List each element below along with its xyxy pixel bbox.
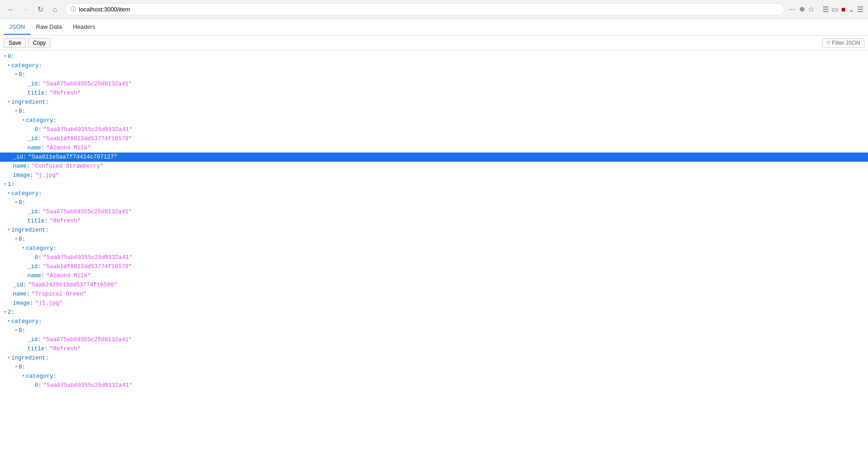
string-value: "Almond Milk" <box>47 143 91 153</box>
key-label: _id: <box>27 207 41 217</box>
toggle-icon[interactable]: ▾ <box>7 190 10 198</box>
save-button[interactable]: Save <box>4 38 26 48</box>
overflow-icon[interactable]: ⌄ <box>848 5 854 14</box>
json-line[interactable]: ▾0: <box>0 198 868 207</box>
toggle-icon[interactable]: ▾ <box>15 107 18 116</box>
json-line[interactable]: ▾0: <box>0 326 868 335</box>
more-options-icon[interactable]: ⋯ <box>788 5 796 14</box>
key-label: category: <box>26 116 57 125</box>
json-line[interactable]: ▾0: <box>0 107 868 116</box>
json-line[interactable]: ▾ingredient: <box>0 98 868 107</box>
toggle-icon[interactable]: ▾ <box>4 53 7 61</box>
key-label: ingredient: <box>11 98 49 107</box>
string-value: "j1.jpg" <box>35 299 63 308</box>
extensions-icon[interactable]: ■ <box>841 5 846 14</box>
toggle-icon[interactable]: ▾ <box>7 62 10 70</box>
json-line[interactable]: _id: "5aa875ab69355c25d0132a41" <box>0 335 868 344</box>
key-label: _id: <box>13 153 26 162</box>
forward-button[interactable]: → <box>19 3 32 16</box>
json-line[interactable]: _id: "5aa875ab69355c25d0132a41" <box>0 207 868 217</box>
toggle-icon[interactable]: ▾ <box>22 372 25 380</box>
json-line[interactable]: _id: "5aa875ab69355c25d0132a41" <box>0 79 868 89</box>
filter-icon: ▽ <box>826 40 830 46</box>
json-line[interactable]: image: "j.jpg" <box>0 171 868 180</box>
json-line[interactable]: ▾category: <box>0 372 868 381</box>
json-line[interactable]: name: "Tropical Green" <box>0 290 868 299</box>
json-line[interactable]: ▾2: <box>0 308 868 317</box>
key-label: name: <box>27 271 45 280</box>
toggle-icon[interactable]: ▾ <box>15 363 18 371</box>
json-line[interactable]: ▾0: <box>0 235 868 244</box>
json-line[interactable]: ▾0: <box>0 70 868 79</box>
json-line[interactable]: ▾category: <box>0 317 868 326</box>
json-line[interactable]: name: "Confused Strawberry" <box>0 162 868 171</box>
json-line[interactable]: ▾category: <box>0 61 868 70</box>
json-line[interactable]: ▾0: <box>0 52 868 61</box>
json-line[interactable]: _id: "5aab1df8013dd53774f16578" <box>0 134 868 143</box>
toggle-icon[interactable]: ▾ <box>15 235 18 243</box>
index-label: 0: <box>19 107 26 116</box>
library-icon[interactable]: ☰ <box>822 5 829 14</box>
tab-raw-data[interactable]: Raw Data <box>31 20 68 35</box>
toggle-icon[interactable]: ▾ <box>15 71 18 79</box>
index-label: 0: <box>19 235 26 244</box>
tab-headers[interactable]: Headers <box>68 20 101 35</box>
security-icon: ⓘ <box>71 5 76 13</box>
toggle-icon[interactable]: ▾ <box>15 327 18 335</box>
json-line[interactable]: ▾ingredient: <box>0 226 868 235</box>
json-line[interactable]: _id: "5aa811e5aa7f7d414c707127" <box>0 153 868 162</box>
json-line[interactable]: title: "Refresh" <box>0 217 868 226</box>
toggle-icon[interactable]: ▾ <box>7 317 10 326</box>
toggle-icon[interactable]: ▾ <box>4 180 7 189</box>
json-line[interactable]: ▾0: <box>0 363 868 372</box>
json-line[interactable]: ▾category: <box>0 244 868 253</box>
string-value: "5aa875ab69355c25d0132a41" <box>43 381 132 390</box>
reload-button[interactable]: ↻ <box>34 3 47 16</box>
json-line[interactable]: 0: "5aa875ab69355c25d0132a41" <box>0 381 868 390</box>
bookmark-icon[interactable]: ☆ <box>808 5 814 14</box>
toggle-icon[interactable]: ▾ <box>7 98 10 106</box>
string-value: "Tropical Green" <box>32 290 87 299</box>
tab-json[interactable]: JSON <box>4 20 31 35</box>
index-label: 1: <box>8 180 15 189</box>
key-label: category: <box>11 189 42 198</box>
string-value: "5aa875ab69355c25d0132a41" <box>43 125 132 134</box>
key-label: name: <box>13 162 30 171</box>
json-line[interactable]: name: "Almond Milk" <box>0 143 868 153</box>
key-label: image: <box>13 171 33 180</box>
pocket-icon[interactable]: ❅ <box>799 5 805 14</box>
json-line[interactable]: _id: "5aab1df8013dd53774f16578" <box>0 262 868 271</box>
filter-box: ▽ Filter JSON <box>822 38 864 48</box>
string-value: "Refresh" <box>50 89 81 98</box>
key-label: _id: <box>13 280 26 290</box>
json-line[interactable]: ▾category: <box>0 189 868 198</box>
menu-icon[interactable]: ☰ <box>857 5 863 14</box>
url-input[interactable] <box>79 6 779 13</box>
browser-toolbar: ← → ↻ ⌂ ⓘ ⋯ ❅ ☆ ☰ ▭ ■ ⌄ ☰ <box>0 0 868 19</box>
copy-button[interactable]: Copy <box>28 38 51 48</box>
toggle-icon[interactable]: ▾ <box>4 308 7 317</box>
toggle-icon[interactable]: ▾ <box>15 199 18 207</box>
json-line[interactable]: _id: "5aab2429013dd53774f16586" <box>0 280 868 290</box>
string-value: "Refresh" <box>50 344 81 354</box>
toggle-icon[interactable]: ▾ <box>22 244 25 253</box>
key-label: _id: <box>27 79 41 89</box>
json-line[interactable]: ▾category: <box>0 116 868 125</box>
toggle-icon[interactable]: ▾ <box>7 354 10 362</box>
json-line[interactable]: title: "Refresh" <box>0 344 868 354</box>
toggle-icon[interactable]: ▾ <box>22 116 25 125</box>
sidebar-icon[interactable]: ▭ <box>831 5 838 14</box>
action-bar: Save Copy ▽ Filter JSON <box>0 36 868 50</box>
json-line[interactable]: image: "j1.jpg" <box>0 299 868 308</box>
json-line[interactable]: ▾1: <box>0 180 868 189</box>
json-viewer: ▾0:▾category:▾0:_id: "5aa875ab69355c25d0… <box>0 50 868 449</box>
toggle-icon[interactable]: ▾ <box>7 226 10 234</box>
back-button[interactable]: ← <box>5 3 17 16</box>
json-line[interactable]: name: "Almond Milk" <box>0 271 868 280</box>
index-label: 0: <box>19 70 26 79</box>
json-line[interactable]: ▾ingredient: <box>0 354 868 363</box>
json-line[interactable]: title: "Refresh" <box>0 89 868 98</box>
json-line[interactable]: 0: "5aa875ab69355c25d0132a41" <box>0 253 868 262</box>
home-button[interactable]: ⌂ <box>48 3 61 16</box>
json-line[interactable]: 0: "5aa875ab69355c25d0132a41" <box>0 125 868 134</box>
